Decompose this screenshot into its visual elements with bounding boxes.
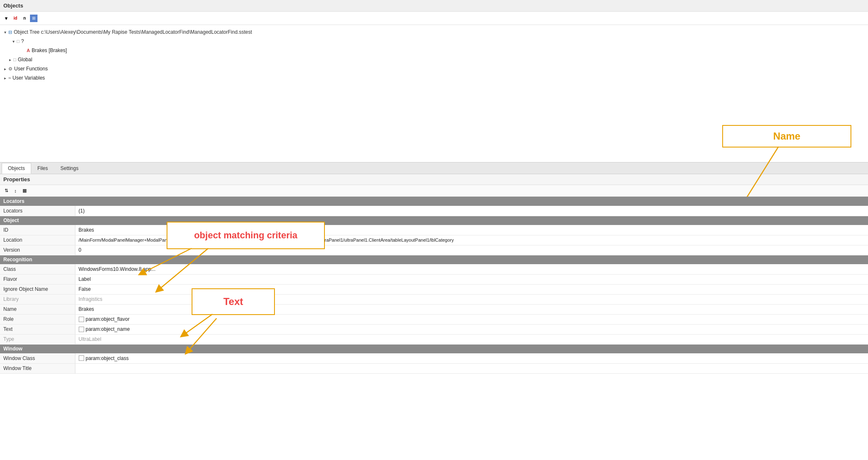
val-text[interactable]: param:object_name	[75, 324, 868, 334]
key-id: ID	[0, 225, 75, 235]
tree-item-brakes[interactable]: A Brakes [Brakes]	[0, 46, 868, 55]
tab-settings[interactable]: Settings	[54, 163, 85, 174]
root-expander[interactable]: ▾	[2, 29, 8, 35]
uf-expander[interactable]: ▸	[2, 65, 8, 72]
tab-files-label: Files	[37, 165, 48, 171]
row-name: Name Brakes	[0, 304, 868, 314]
tab-objects-label: Objects	[8, 165, 25, 171]
row-ignore-object-name: Ignore Object Name False	[0, 284, 868, 294]
val-name[interactable]: Brakes	[75, 304, 868, 314]
row-version: Version 0	[0, 245, 868, 255]
row-library: Library Infragistics	[0, 294, 868, 304]
tree-item-user-variables[interactable]: ▸ ≈ User Variables	[0, 73, 868, 82]
properties-table: Locators Locators (1) Object ID Brakes L…	[0, 197, 868, 460]
root-icon: ⊟	[8, 30, 12, 35]
val-role[interactable]: param:object_flavor	[75, 314, 868, 324]
n-icon[interactable]: n	[21, 15, 28, 22]
row-location: Location /MainForm/ModalPanelManager+Mod…	[0, 235, 868, 245]
key-class: Class	[0, 264, 75, 274]
q-expander[interactable]: ▾	[10, 38, 17, 45]
properties-title: Properties	[3, 176, 30, 182]
uv-expander[interactable]: ▸	[2, 75, 8, 81]
key-text: Text	[0, 324, 75, 334]
row-window-title: Window Title	[0, 363, 868, 373]
row-window-class: Window Class param:object_class	[0, 353, 868, 363]
sort-icon[interactable]: ⇅	[2, 187, 10, 195]
sort2-icon[interactable]: ↕	[12, 187, 19, 195]
panel-title: Objects	[3, 2, 23, 9]
uf-label: User Functions	[14, 66, 48, 72]
tab-files[interactable]: Files	[31, 163, 54, 174]
brakes-expander	[20, 47, 27, 54]
key-window-title: Window Title	[0, 363, 75, 373]
val-location[interactable]: /MainForm/ModalPanelManager+ModalPanel/U…	[75, 235, 868, 245]
key-ignore-object-name: Ignore Object Name	[0, 284, 75, 294]
tree-item-global[interactable]: ▸ □ Global	[0, 55, 868, 64]
key-library: Library	[0, 294, 75, 304]
val-window-title[interactable]	[75, 363, 868, 373]
filter-icon[interactable]: ▼	[2, 15, 10, 22]
group-icon[interactable]: ▦	[21, 187, 28, 195]
q-icon: □	[17, 39, 20, 44]
section-locators: Locators	[0, 197, 868, 206]
row-text: Text param:object_name	[0, 324, 868, 334]
role-value: param:object_flavor	[86, 316, 130, 322]
props-data-table: Locators Locators (1) Object ID Brakes L…	[0, 197, 868, 374]
tab-objects[interactable]: Objects	[2, 163, 31, 174]
val-id[interactable]: Brakes	[75, 225, 868, 235]
toolbar: ▼ id n ⊞	[0, 12, 868, 25]
bottom-panel: Objects Files Settings Name Pro	[0, 162, 868, 460]
section-object-label: Object	[0, 216, 868, 225]
val-type: UltraLabel	[75, 334, 868, 344]
text-value: param:object_name	[86, 326, 130, 332]
val-version[interactable]: 0	[75, 245, 868, 255]
key-role: Role	[0, 314, 75, 324]
key-window-class: Window Class	[0, 353, 75, 363]
row-class: Class WindowsForms10.Window.8.app...	[0, 264, 868, 274]
val-class[interactable]: WindowsForms10.Window.8.app...	[75, 264, 868, 274]
panel-header: Objects	[0, 0, 868, 12]
global-icon: □	[13, 57, 16, 62]
global-label: Global	[18, 57, 32, 62]
global-expander[interactable]: ▸	[7, 56, 13, 63]
val-locators[interactable]: (1)	[75, 206, 868, 216]
q-label: ?	[21, 38, 24, 44]
id-icon[interactable]: id	[12, 15, 19, 22]
row-role: Role param:object_flavor	[0, 314, 868, 324]
section-object: Object	[0, 216, 868, 225]
key-flavor: Flavor	[0, 274, 75, 284]
properties-header: Properties	[0, 174, 868, 185]
text-checkbox[interactable]	[79, 327, 84, 332]
val-window-class[interactable]: param:object_class	[75, 353, 868, 363]
root-label: Object Tree c:\Users\Alexey\Documents\My…	[14, 29, 252, 35]
key-location: Location	[0, 235, 75, 245]
tree-item-user-functions[interactable]: ▸ ⚙ User Functions	[0, 64, 868, 73]
custom-icon[interactable]: ⊞	[30, 15, 37, 22]
tree-root[interactable]: ▾ ⊟ Object Tree c:\Users\Alexey\Document…	[0, 28, 868, 37]
wclass-checkbox[interactable]	[79, 355, 84, 361]
row-type: Type UltraLabel	[0, 334, 868, 344]
val-flavor[interactable]: Label	[75, 274, 868, 284]
val-ignore-object-name[interactable]: False	[75, 284, 868, 294]
role-checkbox[interactable]	[79, 317, 84, 322]
uv-label: User Variables	[12, 75, 45, 81]
props-toolbar: ⇅ ↕ ▦	[0, 185, 868, 197]
tab-settings-label: Settings	[60, 165, 78, 171]
uf-icon: ⚙	[8, 66, 12, 72]
key-name: Name	[0, 304, 75, 314]
uv-icon: ≈	[8, 75, 11, 80]
key-locators: Locators	[0, 206, 75, 216]
row-locators: Locators (1)	[0, 206, 868, 216]
row-id: ID Brakes	[0, 225, 868, 235]
section-locators-label: Locators	[0, 197, 868, 206]
tree-item-question[interactable]: ▾ □ ?	[0, 37, 868, 46]
section-recognition: Recognition	[0, 255, 868, 264]
row-flavor: Flavor Label	[0, 274, 868, 284]
section-window-label: Window	[0, 344, 868, 353]
object-tree: ▾ ⊟ Object Tree c:\Users\Alexey\Document…	[0, 25, 868, 162]
key-type: Type	[0, 334, 75, 344]
objects-panel: Objects ▼ id n ⊞ ▾ ⊟ Object Tree c:\User…	[0, 0, 868, 162]
brakes-icon: A	[27, 48, 30, 53]
val-library: Infragistics	[75, 294, 868, 304]
section-recognition-label: Recognition	[0, 255, 868, 264]
